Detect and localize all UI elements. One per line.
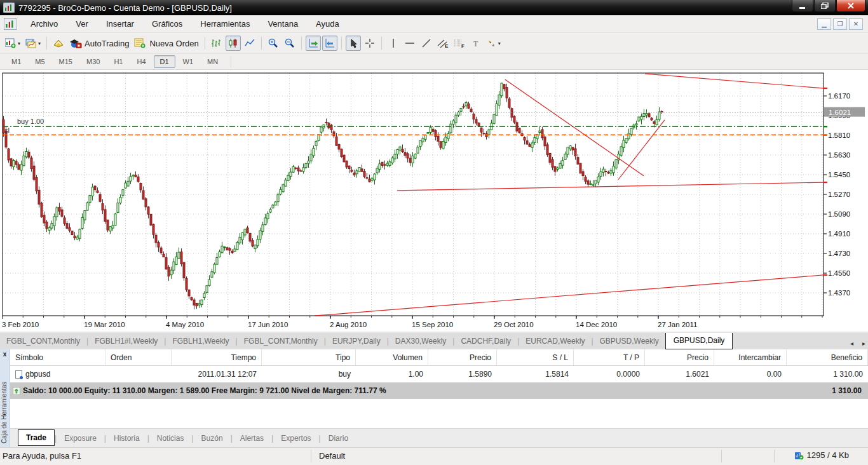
toolbox-tab-alertas[interactable]: Alertas [233, 431, 271, 446]
profiles-button[interactable]: ▾ [24, 36, 43, 51]
price-axis-label: 1.5090 [828, 210, 850, 218]
cursor-button[interactable] [346, 36, 361, 51]
chart-tab-8[interactable]: GBPUSD,Weekly [593, 334, 665, 349]
price-chart: buy 1.00sl1.61701.59901.58101.56301.5450… [0, 70, 868, 332]
child-close-button[interactable]: ✕ [849, 18, 863, 30]
column-header-5[interactable]: Precio [428, 349, 497, 365]
toolbox-tab-exposure[interactable]: Exposure [57, 431, 104, 446]
toolbox-tab-noticias[interactable]: Noticias [149, 431, 192, 446]
restore-button[interactable] [814, 0, 836, 12]
menu-item-archivo[interactable]: Archivo [22, 17, 67, 31]
child-minimize-button[interactable]: ▁ [817, 18, 831, 30]
auto-scroll-icon [308, 38, 318, 48]
timeframe-d1[interactable]: D1 [154, 55, 175, 68]
chart-tab-1[interactable]: FGBLH1#I,Weekly [88, 334, 164, 349]
toolbox-close-icon[interactable]: x [0, 349, 10, 358]
metaquotes-button[interactable] [51, 36, 66, 51]
new-order-icon [134, 38, 147, 48]
nueva-orden-button[interactable]: Nueva Orden [132, 36, 200, 51]
toolbox-strip-title: Caja de Herramientas [1, 361, 8, 443]
timeframe-m15[interactable]: M15 [53, 55, 79, 68]
zoom-in-button[interactable] [266, 36, 281, 51]
toolbox-tab-expertos[interactable]: Expertos [273, 431, 318, 446]
chart-tab-3[interactable]: FGBL_CONT,Monthly [238, 334, 324, 349]
fibonacci-button[interactable]: F [452, 36, 467, 51]
chart-shift-button[interactable] [322, 36, 337, 51]
zoom-out-button[interactable] [282, 36, 297, 51]
menu-item-ventana[interactable]: Ventana [259, 17, 307, 31]
price-axis-label: 1.4730 [828, 250, 850, 257]
candlestick-chart-button[interactable] [226, 36, 241, 51]
line-chart-button[interactable] [242, 36, 257, 51]
chart-tab-6[interactable]: CADCHF,Daily [454, 334, 517, 349]
timeframe-h1[interactable]: H1 [107, 55, 129, 68]
status-profile[interactable]: Default [319, 451, 345, 461]
toolbox-side-strip: x Caja de Herramientas [0, 349, 10, 447]
column-header-7[interactable]: T / P [574, 349, 645, 365]
text-button[interactable]: T [468, 36, 484, 51]
chart-tab-5[interactable]: DAX30,Weekly [389, 334, 452, 349]
chart-tab-2[interactable]: FGBLH1,Weekly [166, 334, 235, 349]
minimize-button[interactable] [792, 0, 813, 12]
menu-item-ver[interactable]: Ver [67, 17, 97, 31]
status-divider [721, 450, 722, 462]
chart-window[interactable]: buy 1.00sl1.61701.59901.58101.56301.5450… [0, 70, 868, 332]
status-help-text: Para Ayuda, pulsa F1 [3, 451, 81, 461]
timeframe-h4[interactable]: H4 [130, 55, 152, 68]
close-button[interactable] [836, 0, 865, 12]
bar-chart-button[interactable] [209, 36, 224, 51]
nueva-orden-label: Nueva Orden [149, 39, 198, 48]
profiles-icon [25, 38, 37, 48]
column-header-10[interactable]: Beneficio [787, 349, 868, 365]
toolbox-tab-diario[interactable]: Diario [321, 431, 356, 446]
column-header-9[interactable]: Intercambiar [714, 349, 787, 365]
column-header-3[interactable]: Tipo [262, 349, 356, 365]
cell-precio: 1.5890 [428, 366, 497, 382]
column-header-0[interactable]: Símbolo [10, 349, 105, 365]
menu-item-insertar[interactable]: Insertar [97, 17, 143, 31]
chart-tab-9[interactable]: GBPUSD,Daily [665, 333, 733, 349]
chevron-down-icon: ▾ [38, 41, 41, 46]
chart-tab-0[interactable]: FGBL_CONT,Monthly [0, 334, 86, 349]
menu-item-herramientas[interactable]: Herramientas [191, 17, 259, 31]
crosshair-button[interactable] [362, 36, 377, 51]
price-axis-label: 1.4370 [828, 289, 850, 297]
equidistant-channel-button[interactable]: E [435, 36, 451, 51]
column-header-8[interactable]: Precio [645, 349, 714, 365]
cell-volumen: 1.00 [356, 366, 428, 382]
balance-profit: 1 310.00 [832, 386, 862, 395]
auto-scroll-button[interactable] [306, 36, 321, 51]
new-chart-icon [5, 38, 17, 48]
table-row[interactable]: gbpusd2011.01.31 12:07buy1.001.58901.581… [10, 366, 868, 382]
menu-item-grficos[interactable]: Gráficos [143, 17, 191, 31]
timeframe-w1[interactable]: W1 [177, 55, 200, 68]
timeframe-mn[interactable]: MN [201, 55, 224, 68]
toolbox-tab-buzn[interactable]: Buzón [194, 431, 231, 446]
svg-text:F: F [461, 43, 465, 48]
new-chart-button[interactable]: ▾ [3, 36, 22, 51]
column-header-6[interactable]: S / L [497, 349, 574, 365]
column-header-1[interactable]: Orden [105, 349, 172, 365]
chart-tab-7[interactable]: EURCAD,Weekly [519, 334, 591, 349]
timeframe-m30[interactable]: M30 [80, 55, 106, 68]
horizontal-line-button[interactable] [402, 36, 417, 51]
vertical-line-button[interactable] [386, 36, 401, 51]
cell-precio: 1.6021 [645, 366, 714, 382]
toolbar-separator [381, 37, 382, 50]
toolbox-tab-trade[interactable]: Trade [18, 429, 55, 446]
column-header-2[interactable]: Tiempo [172, 349, 262, 365]
column-header-4[interactable]: Volumen [356, 349, 428, 365]
vertical-line-icon [390, 38, 397, 48]
autotrading-button[interactable]: AutoTrading [67, 36, 131, 51]
timeframe-m5[interactable]: M5 [29, 55, 51, 68]
scroll-left-icon[interactable]: ◂ [850, 340, 853, 347]
chart-tab-4[interactable]: EURJPY,Daily [326, 334, 387, 349]
child-restore-button[interactable]: ❐ [833, 18, 847, 30]
trend-line-button[interactable] [419, 36, 434, 51]
arrows-button[interactable]: ▾ [485, 36, 503, 51]
scroll-right-icon[interactable]: ▸ [862, 340, 865, 347]
balance-row[interactable]: ⇧ Saldo: 10 000.00 Equity: 11 310.00 Mar… [10, 382, 868, 399]
menu-item-ayuda[interactable]: Ayuda [307, 17, 348, 31]
timeframe-m1[interactable]: M1 [5, 55, 27, 68]
toolbox-tab-historia[interactable]: Historia [106, 431, 147, 446]
